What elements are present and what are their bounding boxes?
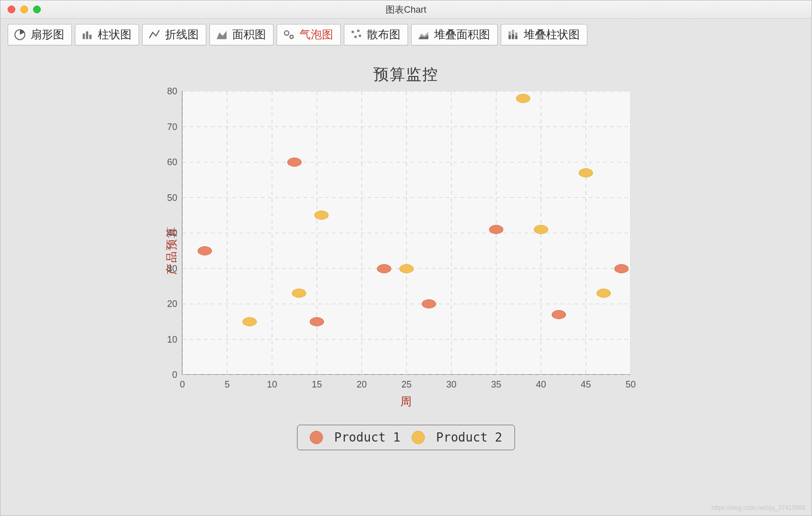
data-point [516, 94, 530, 103]
tab-label: 折线图 [165, 27, 199, 42]
tab-bar: 扇形图柱状图折线图面积图气泡图散布图堆叠面积图堆叠柱状图 [1, 19, 811, 45]
y-tick: 30 [167, 263, 177, 274]
x-tick: 20 [357, 379, 367, 390]
window-title: 图表Chart [1, 4, 811, 16]
titlebar: 图表Chart [1, 1, 811, 19]
y-tick: 40 [167, 228, 177, 239]
x-tick: 50 [626, 379, 636, 390]
tab-stackbar[interactable]: 堆叠柱状图 [501, 24, 587, 45]
tab-label: 堆叠柱状图 [524, 27, 580, 42]
legend-label-product2: Product 2 [436, 430, 502, 445]
window-controls [8, 6, 41, 13]
line-chart-icon [148, 28, 161, 41]
chart-title: 预算监控 [373, 64, 439, 85]
data-point [579, 168, 593, 177]
legend-swatch-product1 [310, 431, 323, 444]
y-tick: 20 [167, 299, 177, 309]
tab-line[interactable]: 折线图 [142, 24, 206, 45]
tab-stackarea[interactable]: 堆叠面积图 [411, 24, 498, 45]
data-point [422, 299, 436, 308]
x-tick: 0 [180, 379, 185, 390]
data-point [377, 264, 391, 273]
data-point [287, 158, 302, 167]
stackbar-chart-icon [506, 28, 520, 41]
data-point [534, 225, 548, 234]
svg-rect-9 [355, 36, 357, 38]
svg-point-5 [284, 31, 289, 35]
stackarea-chart-icon [417, 28, 430, 41]
tab-area[interactable]: 面积图 [209, 24, 274, 45]
x-tick: 35 [491, 379, 501, 390]
scatter-chart-icon [349, 28, 363, 41]
close-icon[interactable] [8, 6, 15, 13]
x-tick: 15 [312, 379, 322, 390]
tab-label: 柱状图 [98, 27, 131, 42]
chart-area: 预算监控 产品预算 051015202530354045500102030405… [11, 49, 801, 510]
data-point [314, 211, 329, 220]
data-point [292, 289, 306, 298]
legend-swatch-product2 [412, 431, 425, 444]
data-point [399, 264, 414, 273]
bar-chart-icon [80, 28, 94, 41]
y-tick: 0 [172, 370, 177, 380]
x-axis-label: 周 [182, 394, 630, 409]
x-tick: 5 [225, 379, 230, 390]
data-point [552, 310, 566, 319]
tab-pie[interactable]: 扇形图 [8, 24, 72, 45]
data-point [614, 264, 629, 273]
y-tick: 80 [167, 86, 177, 97]
svg-marker-4 [216, 31, 227, 39]
data-point [198, 246, 212, 255]
data-point [597, 289, 611, 298]
svg-rect-14 [508, 35, 510, 39]
svg-rect-16 [512, 34, 514, 39]
gridlines [182, 91, 631, 375]
data-point [242, 317, 257, 326]
svg-rect-10 [359, 35, 361, 37]
maximize-icon[interactable] [33, 6, 41, 13]
tab-bubble[interactable]: 气泡图 [277, 24, 341, 45]
minimize-icon[interactable] [20, 6, 28, 13]
svg-rect-18 [515, 36, 517, 39]
x-tick: 10 [267, 379, 277, 390]
x-tick: 30 [446, 379, 456, 390]
tab-bar[interactable]: 柱状图 [75, 24, 139, 45]
app-window: 图表Chart 扇形图柱状图折线图面积图气泡图散布图堆叠面积图堆叠柱状图 预算监… [0, 0, 812, 516]
svg-rect-1 [83, 34, 85, 39]
svg-rect-8 [357, 30, 359, 32]
svg-rect-7 [351, 31, 354, 33]
x-tick: 40 [536, 379, 546, 390]
data-point [310, 317, 324, 326]
plot-wrap: 产品预算 05101520253035404550010203040506070… [182, 91, 630, 409]
tab-label: 散布图 [367, 27, 400, 42]
tab-label: 气泡图 [300, 27, 333, 42]
pie-chart-icon [13, 28, 26, 41]
data-point [489, 225, 503, 234]
y-tick: 50 [167, 192, 177, 203]
x-tick: 45 [581, 379, 591, 390]
tab-label: 堆叠面积图 [434, 27, 490, 42]
watermark: https://blog.csdn.net/qq_37415866 [712, 504, 805, 511]
svg-rect-3 [89, 35, 91, 39]
y-tick: 60 [167, 157, 177, 168]
y-tick: 70 [167, 121, 177, 132]
legend: Product 1 Product 2 [297, 425, 515, 450]
svg-point-6 [290, 35, 293, 39]
bubble-chart-icon [282, 28, 295, 41]
plot: 0510152025303540455001020304050607080 [182, 91, 630, 375]
x-tick: 25 [401, 379, 412, 390]
y-tick: 10 [167, 334, 177, 345]
area-chart-icon [215, 28, 228, 41]
tab-scatter[interactable]: 散布图 [344, 24, 408, 45]
legend-label-product1: Product 1 [334, 430, 400, 445]
tab-label: 面积图 [232, 27, 266, 42]
svg-rect-2 [86, 32, 88, 39]
tab-label: 扇形图 [31, 27, 64, 42]
